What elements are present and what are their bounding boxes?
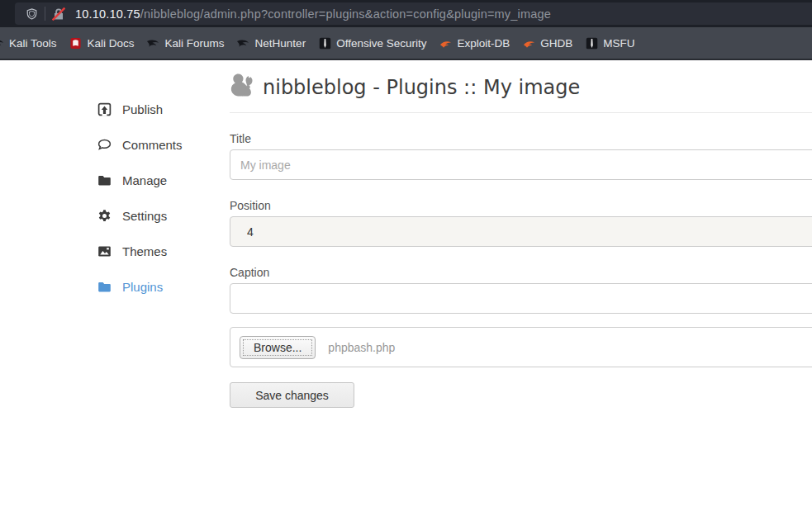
sidebar-item-label: Themes bbox=[122, 244, 167, 258]
url-field[interactable]: 10.10.10.75/nibbleblog/admin.php?control… bbox=[15, 2, 812, 25]
kali-docs-red-book-icon bbox=[69, 36, 83, 50]
sidebar-item-manage[interactable]: Manage bbox=[97, 163, 230, 198]
plugin-config-form: Title Position Caption Browse... phpbash… bbox=[230, 132, 812, 408]
bookmark-label: Exploit-DB bbox=[457, 37, 510, 50]
browser-toolbar: 10.10.10.75/nibbleblog/admin.php?control… bbox=[0, 0, 812, 27]
folder-icon bbox=[97, 280, 112, 294]
position-field-label: Position bbox=[230, 199, 812, 212]
offsec-dark-badge-icon bbox=[318, 36, 331, 50]
admin-sidebar: Publish Comments Manage Settings Themes … bbox=[0, 60, 230, 408]
bookmark-label: Kali Docs bbox=[88, 37, 135, 50]
sidebar-item-publish[interactable]: Publish bbox=[97, 92, 230, 127]
url-path: /nibbleblog/admin.php?controller=plugins… bbox=[140, 7, 551, 21]
bookmark-exploit-db[interactable]: Exploit-DB bbox=[439, 36, 510, 50]
page-title: nibbleblog - Plugins :: My image bbox=[263, 76, 580, 99]
sidebar-item-label: Comments bbox=[122, 138, 183, 152]
bookmark-label: Kali Tools bbox=[9, 37, 57, 50]
page-content: Publish Comments Manage Settings Themes … bbox=[0, 60, 812, 408]
shield-icon[interactable] bbox=[21, 4, 41, 24]
bookmark-kali-tools[interactable]: Kali Tools bbox=[2, 36, 57, 50]
bookmark-msfu[interactable]: MSFU bbox=[585, 36, 634, 50]
title-field-label: Title bbox=[230, 132, 812, 145]
sidebar-item-themes[interactable]: Themes bbox=[97, 234, 230, 269]
kali-swoosh-icon bbox=[147, 36, 160, 50]
caption-field-label: Caption bbox=[230, 266, 812, 279]
sidebar-item-label: Publish bbox=[122, 102, 163, 116]
bookmark-kali-forums[interactable]: Kali Forums bbox=[147, 36, 225, 50]
browse-button[interactable]: Browse... bbox=[240, 336, 316, 359]
sidebar-item-label: Plugins bbox=[122, 280, 163, 294]
bookmark-kali-docs[interactable]: Kali Docs bbox=[69, 36, 135, 50]
kali-swoosh-icon bbox=[237, 36, 250, 50]
urlbar-separator bbox=[45, 7, 45, 21]
publish-icon bbox=[97, 102, 112, 116]
orange-bird-icon bbox=[439, 36, 452, 50]
kali-swoosh-icon bbox=[0, 36, 4, 50]
offsec-dark-badge-icon bbox=[585, 36, 598, 50]
bookmark-ghdb[interactable]: GHDB bbox=[522, 36, 572, 50]
sidebar-item-label: Settings bbox=[122, 209, 167, 223]
bookmark-label: GHDB bbox=[540, 37, 572, 50]
sidebar-item-settings[interactable]: Settings bbox=[97, 198, 230, 234]
comments-icon bbox=[97, 138, 112, 152]
url-host: 10.10.10.75 bbox=[75, 7, 140, 21]
title-input[interactable] bbox=[230, 149, 812, 180]
bookmark-label: NetHunter bbox=[255, 37, 306, 50]
page-header: nibbleblog - Plugins :: My image bbox=[230, 73, 812, 113]
insecure-lock-icon[interactable] bbox=[49, 4, 69, 24]
folder-icon bbox=[97, 173, 112, 187]
selected-file-name: phpbash.php bbox=[328, 341, 395, 354]
caption-input[interactable] bbox=[230, 283, 812, 314]
orange-bird-icon bbox=[522, 36, 535, 50]
bookmark-label: Kali Forums bbox=[165, 37, 225, 50]
bookmark-nethunter[interactable]: NetHunter bbox=[237, 36, 306, 50]
sidebar-item-comments[interactable]: Comments bbox=[97, 127, 230, 163]
gear-icon bbox=[97, 209, 112, 223]
bookmark-label: Offensive Security bbox=[336, 37, 426, 50]
bookmark-label: MSFU bbox=[603, 37, 634, 50]
save-changes-button[interactable]: Save changes bbox=[230, 382, 354, 408]
main-panel: nibbleblog - Plugins :: My image Title P… bbox=[230, 60, 812, 408]
sidebar-item-plugins[interactable]: Plugins bbox=[97, 269, 230, 305]
bookmark-offensive-security[interactable]: Offensive Security bbox=[318, 36, 426, 50]
nibbleblog-squirrel-logo-icon bbox=[230, 73, 254, 101]
sidebar-item-label: Manage bbox=[122, 173, 167, 187]
position-input[interactable] bbox=[230, 216, 812, 247]
file-upload-box: Browse... phpbash.php bbox=[230, 327, 812, 367]
image-icon bbox=[97, 244, 112, 258]
url-text[interactable]: 10.10.10.75/nibbleblog/admin.php?control… bbox=[75, 7, 551, 21]
bookmarks-bar: Kali Tools Kali Docs Kali Forums NetHunt… bbox=[0, 27, 812, 60]
